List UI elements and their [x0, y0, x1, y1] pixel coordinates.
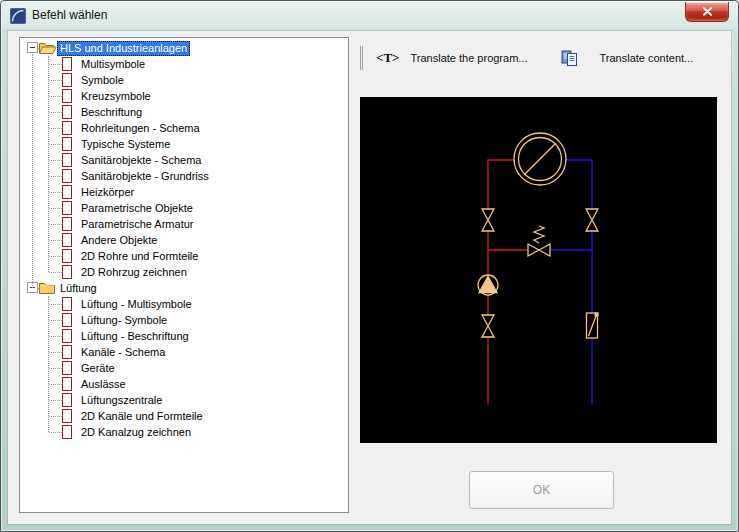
- tree-group-row[interactable]: Lüftung: [20, 280, 348, 296]
- symbol-category-icon: [62, 377, 72, 391]
- tree-connector: [49, 176, 62, 177]
- tree-item-row[interactable]: 2D Rohrzug zeichnen: [20, 264, 348, 280]
- tree-item-row[interactable]: Lüftungszentrale: [20, 392, 348, 408]
- translate-content-button[interactable]: Translate content...: [557, 47, 697, 69]
- symbol-category-icon: [62, 313, 72, 327]
- tree-group-label[interactable]: Lüftung: [57, 281, 100, 296]
- tree-connector: [49, 432, 62, 433]
- tree-item-label[interactable]: Beschriftung: [78, 105, 145, 120]
- tree-connector: [49, 320, 62, 321]
- tree-connector: [49, 240, 62, 241]
- symbol-category-icon: [62, 201, 72, 215]
- tree-item-row[interactable]: Multisymbole: [20, 56, 348, 72]
- tree-item-label[interactable]: 2D Kanalzug zeichnen: [78, 425, 194, 440]
- balancing-valve-symbol: [587, 313, 599, 339]
- tree-item-row[interactable]: Beschriftung: [20, 104, 348, 120]
- tree-item-row[interactable]: Sanitärobjekte - Grundriss: [20, 168, 348, 184]
- tree-item-row[interactable]: 2D Kanalzug zeichnen: [20, 424, 348, 440]
- tree-item-label[interactable]: 2D Rohrzug zeichnen: [78, 265, 190, 280]
- symbol-category-icon: [62, 233, 72, 247]
- toolbar: <T> Translate the program... Translate c…: [360, 44, 697, 72]
- open-folder-icon: [39, 41, 57, 54]
- toolbar-grip[interactable]: [360, 46, 363, 70]
- tree-item-label[interactable]: Kanäle - Schema: [78, 345, 168, 360]
- tree-connector: [48, 296, 49, 432]
- symbol-category-icon: [62, 425, 72, 439]
- window-title: Befehl wählen: [32, 1, 107, 30]
- tree-item-row[interactable]: Sanitärobjekte - Schema: [20, 152, 348, 168]
- translate-program-button[interactable]: <T> Translate the program...: [372, 47, 531, 69]
- tree-item-row[interactable]: Lüftung - Multisymbole: [20, 296, 348, 312]
- tree-item-label[interactable]: Parametrische Objekte: [78, 201, 196, 216]
- symbol-category-icon: [62, 345, 72, 359]
- tree-item-label[interactable]: Heizkörper: [78, 185, 137, 200]
- command-tree[interactable]: HLS und IndustrieanlagenMultisymboleSymb…: [19, 37, 349, 513]
- tree-item-row[interactable]: Symbole: [20, 72, 348, 88]
- translate-program-icon: <T>: [376, 50, 400, 66]
- tree-item-row[interactable]: Rohrleitungen - Schema: [20, 120, 348, 136]
- tree-item-label[interactable]: 2D Rohre und Formteile: [78, 249, 201, 264]
- tree-item-row[interactable]: Geräte: [20, 360, 348, 376]
- tree-item-label[interactable]: Lüftungszentrale: [78, 393, 165, 408]
- tree-connector: [49, 400, 62, 401]
- tree-item-label[interactable]: Rohrleitungen - Schema: [78, 121, 203, 136]
- symbol-category-icon: [62, 329, 72, 343]
- symbol-category-icon: [62, 137, 72, 151]
- tree-item-label[interactable]: Andere Objekte: [78, 233, 160, 248]
- closed-folder-icon: [39, 281, 57, 294]
- titlebar[interactable]: Befehl wählen: [1, 1, 738, 31]
- tree-item-row[interactable]: Typische Systeme: [20, 136, 348, 152]
- app-icon: [10, 8, 26, 24]
- tree-item-row[interactable]: Heizkörper: [20, 184, 348, 200]
- tree-item-label[interactable]: Geräte: [78, 361, 118, 376]
- tree-connector: [49, 256, 62, 257]
- tree-connector: [49, 128, 62, 129]
- tree-item-label[interactable]: Kreuzsymbole: [78, 89, 154, 104]
- symbol-category-icon: [62, 249, 72, 263]
- tree-connector: [49, 336, 62, 337]
- symbol-category-icon: [62, 409, 72, 423]
- tree-connector: [49, 192, 62, 193]
- symbol-category-icon: [62, 217, 72, 231]
- tree-item-label[interactable]: Typische Systeme: [78, 137, 173, 152]
- tree-item-row[interactable]: Lüftung- Symbole: [20, 312, 348, 328]
- symbol-category-icon: [62, 169, 72, 183]
- tree-item-row[interactable]: Auslässe: [20, 376, 348, 392]
- symbol-category-icon: [62, 105, 72, 119]
- tree-item-row[interactable]: Kanäle - Schema: [20, 344, 348, 360]
- tree-item-row[interactable]: Parametrische Objekte: [20, 200, 348, 216]
- tree-item-row[interactable]: Kreuzsymbole: [20, 88, 348, 104]
- tree-item-row[interactable]: 2D Kanäle und Formteile: [20, 408, 348, 424]
- symbol-category-icon: [62, 297, 72, 311]
- collapse-toggle-icon[interactable]: [27, 42, 38, 53]
- translate-content-label: Translate content...: [599, 52, 693, 64]
- tree-item-label[interactable]: Lüftung - Multisymbole: [78, 297, 195, 312]
- tree-item-label[interactable]: Lüftung- Symbole: [78, 313, 170, 328]
- tree-item-label[interactable]: 2D Kanäle und Formteile: [78, 409, 206, 424]
- tree-item-label[interactable]: Lüftung - Beschriftung: [78, 329, 192, 344]
- tree-item-label[interactable]: Symbole: [78, 73, 127, 88]
- tree-item-row[interactable]: Parametrische Armatur: [20, 216, 348, 232]
- tree-connector: [49, 80, 62, 81]
- tree-item-label[interactable]: Multisymbole: [78, 57, 148, 72]
- tree-group-label[interactable]: HLS und Industrieanlagen: [57, 41, 190, 56]
- tree-connector: [49, 64, 62, 65]
- tree-item-row[interactable]: Andere Objekte: [20, 232, 348, 248]
- ok-button[interactable]: OK: [469, 471, 614, 509]
- tree-item-label[interactable]: Sanitärobjekte - Grundriss: [78, 169, 212, 184]
- tree-connector: [49, 384, 62, 385]
- close-button[interactable]: [685, 2, 729, 22]
- translate-program-label: Translate the program...: [411, 52, 528, 64]
- tree-group-row[interactable]: HLS und Industrieanlagen: [20, 40, 348, 56]
- tree-connector: [49, 272, 62, 273]
- schematic-preview: [360, 97, 717, 443]
- tree-item-label[interactable]: Parametrische Armatur: [78, 217, 196, 232]
- tree-item-label[interactable]: Sanitärobjekte - Schema: [78, 153, 204, 168]
- dialog-body: HLS und IndustrieanlagenMultisymboleSymb…: [8, 31, 731, 524]
- symbol-category-icon: [62, 153, 72, 167]
- tree-item-row[interactable]: Lüftung - Beschriftung: [20, 328, 348, 344]
- shutoff-valve-icons: [482, 209, 598, 337]
- tree-item-label[interactable]: Auslässe: [78, 377, 129, 392]
- tree-item-row[interactable]: 2D Rohre und Formteile: [20, 248, 348, 264]
- tree-connector: [49, 304, 62, 305]
